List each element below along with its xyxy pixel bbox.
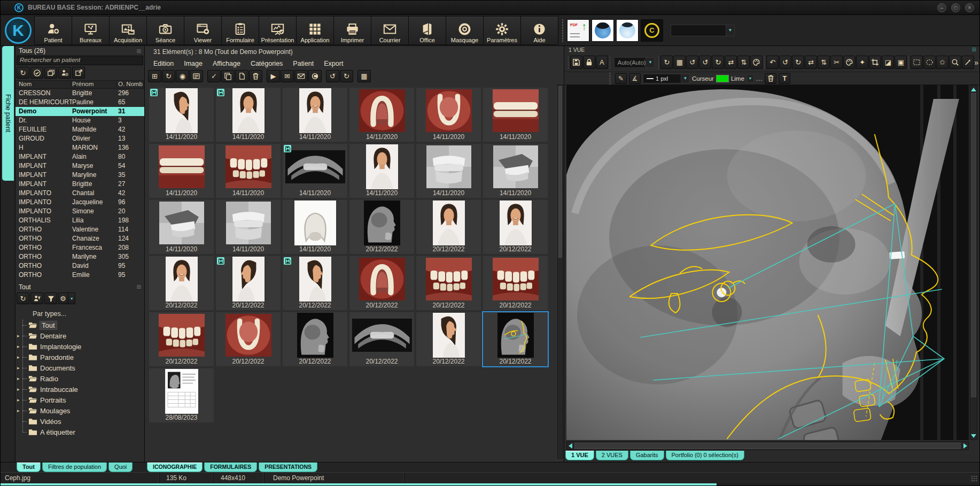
patient-filter-icon[interactable] xyxy=(30,292,43,304)
zoom-mode-combo[interactable]: Auto(Auto)▼ xyxy=(614,57,655,68)
select-rect-icon[interactable] xyxy=(911,56,923,69)
flip-horizontal-icon[interactable]: ⇄ xyxy=(725,56,737,69)
patient-row[interactable]: CRESSONBrigitte296 xyxy=(15,89,144,98)
thumbnail-item[interactable]: 20/12/2022 xyxy=(283,312,347,366)
thumbnail-item[interactable]: 20/12/2022 xyxy=(483,200,548,254)
tab-filtres-de-population[interactable]: Filtres de population xyxy=(42,462,107,472)
toolbar-button-patient[interactable]: Patient xyxy=(34,16,72,45)
tab-tout[interactable]: Tout xyxy=(17,462,41,472)
patient-row[interactable]: IMPLANTBrigitte27 xyxy=(15,180,144,189)
web-globe-icon[interactable] xyxy=(592,19,614,42)
patient-row[interactable]: ORTHOFrancesca208 xyxy=(15,243,144,252)
toolbar-overflow-button[interactable]: » xyxy=(974,58,978,67)
duplicate-window-icon[interactable] xyxy=(44,67,57,79)
patient-row[interactable]: ORTHALISLilia198 xyxy=(15,216,144,225)
note-icon[interactable] xyxy=(190,70,203,82)
patient-row[interactable]: IMPLANTOSimone20 xyxy=(15,207,144,216)
chevron-down-icon[interactable]: ▼ xyxy=(746,74,754,83)
grid-icon[interactable]: ⊞ xyxy=(137,284,141,290)
scroll-right-icon[interactable] xyxy=(962,443,968,449)
grid-icon[interactable]: ⊞ xyxy=(137,48,141,54)
column-header[interactable]: Nom xyxy=(18,81,71,88)
thumbnail-item[interactable]: 14/11/2020 xyxy=(283,200,347,254)
patient-row[interactable]: ORTHODavid95 xyxy=(15,261,144,271)
tree-item-tout[interactable]: Tout xyxy=(15,320,144,330)
patient-row[interactable]: ORTHOValentine114 xyxy=(15,225,144,234)
patient-row[interactable]: ORTHOEmilie95 xyxy=(15,271,144,280)
thumbnail-item[interactable]: 14/11/2020 xyxy=(349,88,414,142)
pencil-icon[interactable]: ✎ xyxy=(615,73,627,84)
tab-gabarits[interactable]: Gabarits xyxy=(630,451,664,460)
thumbnail-item[interactable]: 14/11/2020 xyxy=(283,144,347,198)
mail-block-icon[interactable] xyxy=(294,70,308,82)
rotate-left-icon[interactable]: ↺ xyxy=(326,70,339,82)
vertical-scrollbar[interactable] xyxy=(970,85,977,440)
toolbar-button-imprimer[interactable]: Imprimer xyxy=(333,16,371,45)
thumbnail-item[interactable]: 14/11/2020 xyxy=(483,144,548,198)
thumbnail-item[interactable]: 14/11/2020 xyxy=(149,200,214,254)
tree-item-a-etiquetter[interactable]: A étiquetter xyxy=(15,427,144,437)
tree-item-moulages[interactable]: ▸Moulages xyxy=(15,405,144,416)
patient-row[interactable]: DE HEMRICOURTPauline65 xyxy=(15,98,144,107)
add-patient-icon[interactable] xyxy=(58,67,71,79)
pdf-export-icon[interactable]: PDF↑ xyxy=(567,19,589,42)
scrollbar-thumb[interactable] xyxy=(971,93,976,397)
toolbar-button-acquisition[interactable]: Acquisition xyxy=(109,16,147,45)
menu-image[interactable]: Image xyxy=(184,60,203,67)
thumbnail-item[interactable]: 20/12/2022 xyxy=(149,256,214,310)
minimize-button[interactable]: – xyxy=(937,3,946,12)
tile-icon[interactable]: ⊞ xyxy=(148,70,161,82)
patient-row[interactable]: IMPLANTMaryline35 xyxy=(15,171,144,180)
palette2-icon[interactable] xyxy=(843,56,855,69)
expander-icon[interactable]: ▸ xyxy=(17,365,22,371)
scrollbar[interactable] xyxy=(557,84,563,459)
thumbnail-item[interactable]: 28/08/2023 xyxy=(149,368,214,422)
menu-affichage[interactable]: Affichage xyxy=(213,60,240,67)
enhance-icon[interactable]: ✦ xyxy=(856,56,868,69)
expander-icon[interactable]: ▸ xyxy=(17,387,22,392)
tab-fiche-patient[interactable]: Fiche patient xyxy=(2,46,14,181)
toolbar-button-courrier[interactable]: Courrier xyxy=(371,16,409,45)
thumbnail-item[interactable]: 20/12/2022 xyxy=(349,256,414,310)
scrollbar-thumb[interactable] xyxy=(574,443,961,449)
sync-globe-icon[interactable] xyxy=(616,19,639,42)
chevron-down-icon[interactable]: ▼ xyxy=(68,293,74,304)
crop-icon[interactable] xyxy=(869,56,881,69)
expander-icon[interactable]: ▸ xyxy=(17,344,22,349)
tree-item-documents[interactable]: ▸Documents xyxy=(15,362,144,373)
expander-icon[interactable]: ▸ xyxy=(17,408,22,413)
thumbnail-item[interactable]: 14/11/2020 xyxy=(349,144,414,198)
table-icon[interactable]: ▦ xyxy=(357,70,371,82)
patient-row[interactable]: DemoPowerpoint31 xyxy=(15,107,144,116)
contrast-icon[interactable] xyxy=(308,70,322,82)
toolbar-button-parametres[interactable]: Paramètres xyxy=(483,16,521,45)
thumbnail-item[interactable]: 14/11/2020 xyxy=(216,200,281,254)
more-button[interactable]: ... xyxy=(756,75,763,82)
menu-export[interactable]: Export xyxy=(324,60,343,67)
menu-patient[interactable]: Patient xyxy=(293,60,314,67)
frame-icon[interactable]: ▣ xyxy=(895,56,907,69)
menu-categories[interactable]: Catégories xyxy=(251,60,283,67)
refresh-icon[interactable]: ↻ xyxy=(17,67,29,79)
filter-settings-icon[interactable]: ⚙▼ xyxy=(58,292,75,304)
patient-row[interactable]: Dr.House3 xyxy=(15,116,144,125)
undo-icon[interactable]: ↶ xyxy=(766,56,779,69)
thumbnail-item[interactable]: 14/11/2020 xyxy=(149,88,214,142)
color-swatch[interactable] xyxy=(716,75,729,82)
mail-icon[interactable]: ✉ xyxy=(281,70,294,82)
rotate-90-left-icon[interactable]: ↺ xyxy=(699,56,711,69)
resize-grip[interactable] xyxy=(971,475,977,482)
font-icon[interactable]: A xyxy=(596,56,608,69)
line-width-combo[interactable]: 1 pxl ▼ xyxy=(643,74,690,83)
expander-icon[interactable]: ▸ xyxy=(17,397,22,403)
delete-icon[interactable] xyxy=(249,70,262,82)
angle-tool-icon[interactable]: ∡ xyxy=(629,73,641,84)
column-header[interactable]: O. Nomb xyxy=(117,81,144,88)
thumbnail-item[interactable]: 20/12/2022 xyxy=(416,200,481,254)
rotate-right-icon[interactable]: ↻ xyxy=(340,70,353,82)
patient-row[interactable]: IMPLANTOJacqueline96 xyxy=(15,198,144,207)
select-lasso-icon[interactable] xyxy=(949,56,961,69)
close-button[interactable]: × xyxy=(965,3,974,12)
eye-icon[interactable]: ◉ xyxy=(176,70,189,82)
patient-row[interactable]: HMARION136 xyxy=(15,143,144,152)
